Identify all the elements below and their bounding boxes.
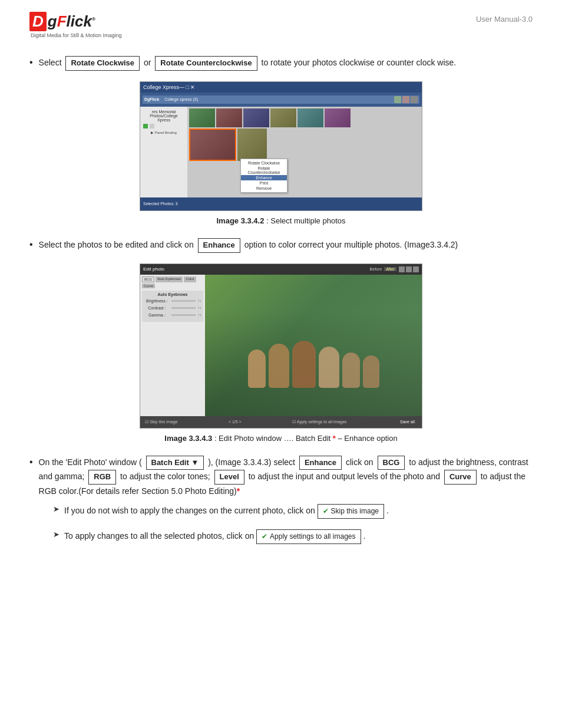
text-after-apply: . (363, 531, 365, 541)
caption-343: Image 3.3.4.3 : Edit Photo window …. Bat… (29, 434, 533, 443)
slider-contrast: Contrast : ↑↓ (144, 306, 201, 310)
btn-rotate-counterclockwise[interactable]: Rotate Counterclockwise (155, 56, 257, 71)
tool-icon-2 (406, 266, 412, 272)
bullet-item-rotate: • Select Rotate Clockwise or Rotate Coun… (29, 56, 533, 71)
text-edit-part3: click on (346, 457, 373, 467)
person-1 (248, 350, 266, 388)
content-area-342: res Memorial Photos/College Xpress ▶ Pan… (140, 107, 422, 197)
thumb-5 (297, 108, 323, 127)
sidebar-dot-gray (150, 124, 154, 129)
sub-bullets-container: ➤ If you do not wish to apply the change… (53, 504, 533, 544)
tab-auto[interactable]: Auto Eyebrows (156, 276, 183, 282)
people-group (216, 341, 411, 388)
btn-rgb[interactable]: RGB (88, 470, 116, 485)
caption-label-342: Image 3.3.4.2 (217, 216, 265, 225)
sliders-container: Auto Eyebrows Brightness : ↑↓ Contrast :… (142, 291, 203, 322)
btn-skip-image[interactable]: ✔ Skip this image (318, 504, 384, 519)
photo-area-343 (205, 275, 422, 416)
logo: D gFlick® Digital Media for Still & Moti… (29, 12, 122, 38)
context-menu-342: Rotate Clockwise Rotate Counterclockwise… (240, 159, 287, 193)
section-edit-photo: • On the 'Edit Photo' window ( Batch Edi… (29, 456, 533, 544)
btn-rotate-clockwise[interactable]: Rotate Clockwise (65, 56, 140, 71)
thumb-medium (237, 129, 267, 161)
btn-enhance-bullet3[interactable]: Enhance (299, 456, 342, 470)
save-all-btn: Save all (398, 419, 417, 424)
skip-label: Skip this image (331, 506, 379, 517)
contrast-label: Contrast : (144, 306, 170, 310)
section-rotate: • Select Rotate Clockwise or Rotate Coun… (29, 56, 533, 225)
histogram-area (142, 327, 203, 356)
person-2 (269, 344, 289, 388)
text-select: Select (39, 58, 62, 67)
sidebar-controls (143, 124, 184, 129)
arrow-skip: ➤ (53, 505, 59, 513)
sub-text-apply: To apply changes to all the selected pho… (64, 529, 533, 544)
image-container-343: Edit photo Before After BCG Auto (29, 263, 533, 430)
menu-remove[interactable]: Remove (241, 186, 287, 191)
bullet-dot-3: • (29, 457, 33, 467)
bottom-selected-label: Selected Photos: 3 (143, 202, 178, 206)
sidebar-dot-green (143, 124, 148, 129)
btn-apply-all[interactable]: ✔ Apply settings to all images (256, 529, 361, 544)
bottom-bar-343: ☑ Skip this image < 1/5 > ☑ Apply settin… (140, 416, 422, 428)
tab-bcg[interactable]: BCG (142, 276, 154, 282)
tab-curve[interactable]: Curve (142, 284, 155, 288)
sidebar-label: res Memorial Photos/College Xpress (143, 110, 184, 122)
thumb-2 (216, 108, 242, 127)
thumb-6 (325, 108, 351, 127)
screenshot-342: College Xpress — □ ✕ DgFlick College xpr… (140, 81, 422, 211)
text-edit-part1: On the 'Edit Photo' window ( (39, 457, 142, 467)
gamma-controls: ↑↓ (198, 313, 201, 317)
bullet-text-edit: On the 'Edit Photo' window ( Batch Edit … (39, 456, 533, 498)
thumb-large-selected (189, 129, 236, 161)
caption-text-342: : Select multiple photos (266, 216, 345, 225)
caption-asterisk-343: * (333, 434, 336, 443)
sidebar-folder: ▶ Panel Binding (143, 130, 184, 134)
text-edit-part6: to adjust the input and output levels of… (249, 472, 440, 481)
photo-row-2 (189, 129, 420, 161)
skip-check-icon: ✔ (323, 506, 329, 517)
left-panel-343: BCG Auto Eyebrows Color Curve Auto Eyebr… (140, 275, 205, 416)
gamma-label: Gamma : (144, 313, 170, 317)
menu-rotate-ccw[interactable]: Rotate Counterclockwise (241, 166, 287, 175)
btn-level[interactable]: Level (214, 470, 244, 485)
title-bar-342: College Xpress — □ ✕ (140, 82, 422, 93)
btn-batch-edit[interactable]: Batch Edit ▼ (146, 456, 204, 470)
slider-brightness: Brightness : ↑↓ (144, 299, 201, 303)
bullet-text-rotate: Select Rotate Clockwise or Rotate Counte… (39, 56, 533, 71)
page-header: D gFlick® Digital Media for Still & Moti… (29, 12, 533, 38)
apply-check-icon: ✔ (262, 531, 267, 542)
btn-curve[interactable]: Curve (444, 470, 477, 485)
caption-end-343: – Enhance option (338, 434, 397, 443)
bullet-dot: • (29, 57, 33, 68)
menu-print[interactable]: Print (241, 180, 287, 186)
menu-enhance[interactable]: Enhance (241, 175, 287, 180)
text-edit-part2: ), (Image 3.3.4.3) select (208, 457, 295, 467)
content-343: BCG Auto Eyebrows Color Curve Auto Eyebr… (140, 275, 422, 416)
toolbar-icon-2 (402, 96, 409, 103)
tab-color[interactable]: Color (184, 276, 196, 282)
bullet-item-enhance: • Select the photos to be edited and cli… (29, 238, 533, 253)
photo-row-1 (189, 108, 420, 127)
logo-d-letter: D (29, 12, 47, 31)
sub-bullet-skip: ➤ If you do not wish to apply the change… (53, 504, 533, 519)
contrast-controls: ↑↓ (198, 306, 201, 309)
logo-subtitle: Digital Media for Still & Motion Imaging (31, 32, 122, 38)
apply-label: Apply settings to all images (270, 531, 355, 542)
person-4 (319, 347, 339, 388)
thumb-3 (243, 108, 269, 127)
title-bar-right: Before After (370, 266, 419, 272)
thumb-1 (189, 108, 215, 127)
btn-bcg[interactable]: BCG (378, 456, 405, 470)
logo-main: D gFlick® (29, 12, 122, 31)
main-content-342: Rotate Clockwise Rotate Counterclockwise… (187, 107, 422, 197)
gamma-track (171, 314, 196, 316)
btn-enhance-main[interactable]: Enhance (198, 238, 240, 253)
text-before-enhance: Select the photos to be edited and click… (39, 240, 194, 249)
bottom-bar-342: Selected Photos: 3 (140, 197, 422, 210)
section-enhance: • Select the photos to be edited and cli… (29, 238, 533, 443)
menu-rotate-cw[interactable]: Rotate Clockwise (241, 160, 287, 166)
bullet-item-edit: • On the 'Edit Photo' window ( Batch Edi… (29, 456, 533, 498)
toolbar-icon-3 (411, 96, 418, 103)
window-controls: — □ ✕ (179, 84, 195, 90)
